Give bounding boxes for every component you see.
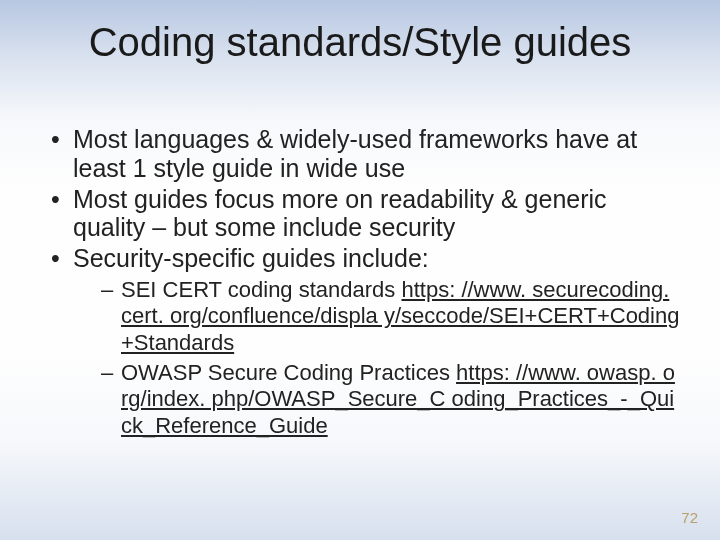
bullet-item: Most guides focus more on readability & … (45, 185, 680, 243)
slide-body: Most languages & widely-used frameworks … (45, 125, 680, 443)
sub-bullet-label: SEI CERT coding standards (121, 277, 395, 302)
slide: Coding standards/Style guides Most langu… (0, 0, 720, 540)
slide-title: Coding standards/Style guides (0, 20, 720, 65)
sub-bullet-item: SEI CERT coding standards https: //www. … (101, 277, 680, 356)
bullet-list: Most languages & widely-used frameworks … (45, 125, 680, 439)
bullet-item: Most languages & widely-used frameworks … (45, 125, 680, 183)
sub-bullet-item: OWASP Secure Coding Practices https: //w… (101, 360, 680, 439)
page-number: 72 (681, 509, 698, 526)
bullet-text: Security-specific guides include: (73, 244, 429, 272)
sub-bullet-label: OWASP Secure Coding Practices (121, 360, 450, 385)
sub-bullet-list: SEI CERT coding standards https: //www. … (73, 277, 680, 439)
bullet-item: Security-specific guides include: SEI CE… (45, 244, 680, 439)
